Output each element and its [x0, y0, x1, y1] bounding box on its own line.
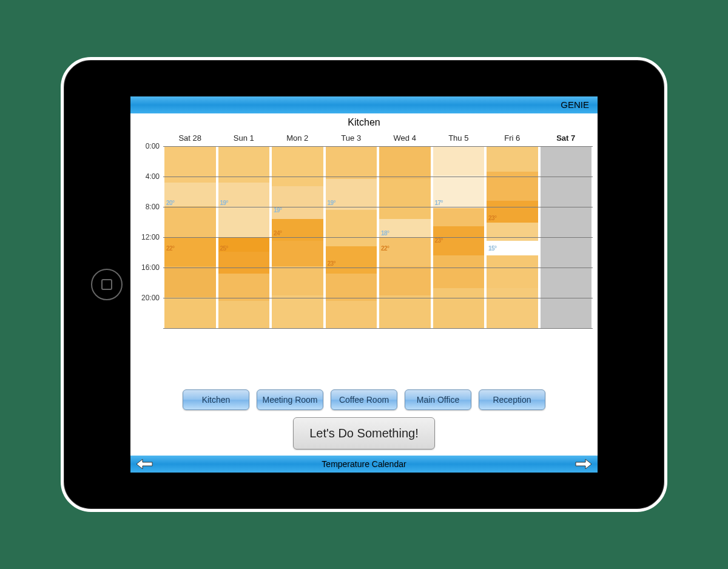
calendar-grid: Sat 28Sun 1Mon 2Tue 3Wed 4Thu 5Fri 6Sat …: [163, 130, 593, 382]
heat-band: [218, 252, 270, 274]
footer-title: Temperature Calendar: [322, 456, 406, 473]
temperature-label: 24°: [274, 230, 282, 237]
heat-band: [272, 266, 323, 295]
heat-band: [218, 146, 270, 183]
heat-band: [487, 255, 538, 288]
room-buttons: KitchenMeeting RoomCoffee RoomMain Offic…: [130, 389, 598, 410]
heat-band: [164, 206, 216, 237]
day-header: Sat 28: [163, 130, 217, 146]
heat-band: [379, 146, 431, 179]
heat-band: [272, 295, 323, 328]
heat-band: [433, 255, 485, 288]
grid-line: [163, 237, 593, 238]
arrow-right-icon: [575, 459, 592, 470]
temperature-label: 19°: [220, 200, 229, 206]
heat-band: [487, 288, 538, 328]
heat-band: [272, 186, 323, 219]
next-button[interactable]: [575, 457, 593, 471]
temperature-label: 23°: [328, 260, 336, 267]
temperature-label: 19°: [328, 200, 336, 206]
heat-band: [326, 146, 377, 179]
app-screen: GENIE Kitchen 0:004:008:0012:0016:0020:0…: [130, 96, 598, 473]
day-header: Tue 3: [325, 130, 379, 146]
day-headers: Sat 28Sun 1Mon 2Tue 3Wed 4Thu 5Fri 6Sat …: [163, 130, 593, 146]
room-button-reception[interactable]: Reception: [479, 389, 545, 410]
calendar: 0:004:008:0012:0016:0020:00 Sat 28Sun 1M…: [130, 130, 598, 382]
grid-line: [163, 268, 593, 268]
arrow-left-icon: [136, 459, 153, 470]
heat-band: [164, 297, 216, 328]
bottom-bar: Temperature Calendar: [130, 456, 598, 473]
heat-band: [218, 206, 270, 237]
brand-label: GENIE: [561, 96, 589, 113]
time-label: 20:00: [135, 298, 163, 328]
time-axis: 0:004:008:0012:0016:0020:00: [135, 130, 163, 382]
heat-band: [487, 223, 538, 241]
temperature-label: 23°: [488, 215, 497, 221]
room-button-main-office[interactable]: Main Office: [405, 389, 471, 410]
calendar-rows: 20°22°19°25°19°24°19°23°18°22°17°23°23°1…: [163, 146, 593, 328]
temperature-label: 25°: [220, 245, 229, 252]
temperature-label: 22°: [166, 245, 175, 252]
room-button-coffee-room[interactable]: Coffee Room: [331, 389, 397, 410]
tablet-frame: GENIE Kitchen 0:004:008:0012:0016:0020:0…: [61, 57, 667, 512]
heat-band: [272, 146, 323, 186]
room-button-meeting-room[interactable]: Meeting Room: [257, 389, 323, 410]
day-header: Mon 2: [271, 130, 325, 146]
temperature-label: 19°: [274, 207, 282, 214]
home-button[interactable]: [91, 269, 123, 300]
content-area: Kitchen 0:004:008:0012:0016:0020:00 Sat …: [130, 113, 598, 456]
heat-band: [164, 266, 216, 297]
grid-line: [163, 207, 593, 207]
heat-band: [164, 146, 216, 183]
top-bar: GENIE: [130, 96, 598, 113]
heat-band: [326, 274, 377, 301]
grid-line: [163, 177, 593, 177]
heat-band: [379, 266, 431, 295]
heat-band: [326, 210, 377, 246]
grid-line: [163, 298, 593, 298]
temperature-label: 23°: [435, 237, 443, 244]
cta-row: Let's Do Something!: [130, 417, 598, 449]
day-header: Sun 1: [217, 130, 271, 146]
heat-band: [433, 208, 485, 226]
day-header: Sat 7: [539, 130, 593, 146]
heat-band: [164, 237, 216, 266]
temperature-label: 22°: [381, 245, 389, 252]
heat-band: [218, 274, 270, 301]
temperature-label: 18°: [381, 230, 389, 237]
day-header: Wed 4: [378, 130, 432, 146]
temperature-label: 20°: [166, 200, 175, 206]
heat-band: [487, 146, 538, 172]
heat-band: [218, 301, 270, 328]
day-header: Thu 5: [432, 130, 486, 146]
heat-band: [272, 241, 323, 266]
heat-band: [433, 288, 485, 328]
room-button-kitchen[interactable]: Kitchen: [183, 389, 249, 410]
day-header: Fri 6: [485, 130, 539, 146]
heat-band: [379, 237, 431, 266]
cta-button[interactable]: Let's Do Something!: [293, 417, 434, 449]
heat-band: [379, 295, 431, 328]
prev-button[interactable]: [135, 457, 153, 471]
temperature-label: 15°: [488, 245, 497, 252]
temperature-label: 17°: [435, 200, 443, 206]
heat-band: [326, 301, 377, 328]
grid-line: [163, 146, 593, 147]
heat-band: [379, 179, 431, 219]
grid-line: [163, 328, 593, 329]
page-title: Kitchen: [130, 117, 598, 128]
heat-band: [433, 146, 485, 175]
